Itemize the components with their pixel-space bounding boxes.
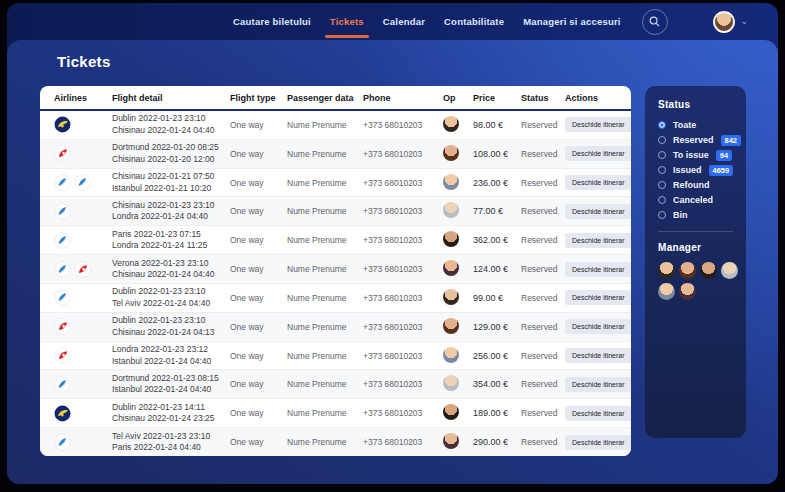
- table-row: Dortmund 2022-01-20 08:25Chisinau 2022-0…: [40, 140, 631, 169]
- status-label: Reserved: [521, 351, 565, 361]
- search-button[interactable]: [642, 9, 668, 35]
- manager-avatar[interactable]: [721, 262, 738, 279]
- manager-avatar[interactable]: [679, 283, 696, 300]
- flight-to: Chisinau 2022-01-24 04:40: [112, 125, 230, 136]
- table-row: Chisinau 2022-01-23 23:10Londra 2022-01-…: [40, 197, 631, 226]
- airline-logo-blue-icon: [54, 232, 71, 249]
- radio-icon: [658, 181, 666, 189]
- nav-item-manageri-si-accesuri[interactable]: Manageri si accesuri: [523, 16, 620, 27]
- manager-avatar[interactable]: [658, 262, 675, 279]
- open-itinerary-button[interactable]: Deschide itinerar: [565, 377, 631, 392]
- nav-item-contabilitate[interactable]: Contabilitate: [444, 16, 504, 27]
- tickets-table: Airlines Flight detail Flight type Passe…: [40, 86, 631, 456]
- flight-from: Verona 2022-01-23 23:10: [112, 258, 230, 269]
- operator-avatar: [443, 347, 459, 363]
- open-itinerary-button[interactable]: Deschide itinerar: [565, 262, 631, 277]
- passenger-data: Nume Prenume: [287, 293, 363, 303]
- airlines-cell: [54, 434, 112, 451]
- flight-detail: Verona 2022-01-23 23:10Chisinau 2022-01-…: [112, 258, 230, 281]
- manager-avatar[interactable]: [679, 262, 696, 279]
- status-label: Reserved: [521, 322, 565, 332]
- chevron-down-icon: ⌄: [740, 17, 748, 26]
- flight-detail: Dublin 2022-01-23 23:10Chisinau 2022-01-…: [112, 113, 230, 136]
- open-itinerary-button[interactable]: Deschide itinerar: [565, 290, 631, 305]
- status-option-refound[interactable]: Refound: [658, 180, 733, 190]
- nav-item-cautare-biletului[interactable]: Cautare biletului: [233, 16, 311, 27]
- status-label: Reserved: [521, 437, 565, 447]
- airline-logo-ryanair-icon: [54, 405, 71, 422]
- open-itinerary-button[interactable]: Deschide itinerar: [565, 233, 631, 248]
- airline-logo-blue-icon: [54, 434, 71, 451]
- nav-item-calendar[interactable]: Calendar: [383, 16, 425, 27]
- flight-from: Tel Aviv 2022-01-23 23:10: [112, 431, 230, 442]
- open-itinerary-button[interactable]: Deschide itinerar: [565, 319, 631, 334]
- count-badge: 94: [716, 150, 732, 161]
- airlines-cell: [54, 203, 112, 220]
- airlines-cell: [54, 232, 112, 249]
- flight-type: One way: [230, 293, 287, 303]
- sidebar-divider: [658, 231, 733, 232]
- table-row: Paris 2022-01-23 07:15Londra 2022-01-24 …: [40, 226, 631, 255]
- airlines-cell: [54, 347, 112, 364]
- status-label: Reserved: [521, 235, 565, 245]
- flight-to: Tel Aviv 2022-01-24 04:40: [112, 298, 230, 309]
- user-menu[interactable]: ⌄: [713, 11, 748, 33]
- airline-logo-blue-icon: [54, 376, 71, 393]
- price: 354.00 €: [473, 379, 521, 389]
- radio-icon: [658, 166, 666, 174]
- operator-avatar: [443, 145, 459, 161]
- status-option-reserved[interactable]: Reserved 842: [658, 135, 733, 145]
- flight-to: Istanbul 2022-01-24 04:40: [112, 356, 230, 367]
- flight-detail: Dortmund 2022-01-20 08:25Chisinau 2022-0…: [112, 142, 230, 165]
- flight-detail: Chisinau 2022-01-23 23:10Londra 2022-01-…: [112, 200, 230, 223]
- airlines-cell: [54, 376, 112, 393]
- airlines-cell: [54, 289, 112, 306]
- open-itinerary-button[interactable]: Deschide itinerar: [565, 204, 631, 219]
- flight-detail: Dublin 2022-01-23 14:11Chisinau 2022-01-…: [112, 402, 230, 425]
- airlines-cell: [54, 174, 112, 191]
- nav-item-tickets[interactable]: Tickets: [330, 16, 364, 27]
- status-option-toate[interactable]: Toate: [658, 120, 733, 130]
- open-itinerary-button[interactable]: Deschide itinerar: [565, 435, 631, 450]
- passenger-data: Nume Prenume: [287, 408, 363, 418]
- user-avatar[interactable]: [713, 11, 735, 33]
- flight-from: Dublin 2022-01-23 23:10: [112, 113, 230, 124]
- status-option-to-issue[interactable]: To issue 94: [658, 150, 733, 160]
- flight-to: Chisinau 2022-01-24 23:25: [112, 413, 230, 424]
- status-option-issued[interactable]: Issued 4659: [658, 165, 733, 175]
- passenger-data: Nume Prenume: [287, 235, 363, 245]
- airlines-cell: [54, 145, 112, 162]
- flight-detail: Dortmund 2022-01-23 08:15Istanbul 2022-0…: [112, 373, 230, 396]
- count-badge: 842: [721, 135, 742, 146]
- airline-logo-swiss-icon: [74, 261, 91, 278]
- search-icon: [649, 16, 660, 27]
- manager-avatar[interactable]: [700, 262, 717, 279]
- status-option-bin[interactable]: Bin: [658, 210, 733, 220]
- open-itinerary-button[interactable]: Deschide itinerar: [565, 406, 631, 421]
- price: 290.00 €: [473, 437, 521, 447]
- radio-icon: [658, 151, 666, 159]
- passenger-data: Nume Prenume: [287, 206, 363, 216]
- open-itinerary-button[interactable]: Deschide itinerar: [565, 175, 631, 190]
- flight-detail: Paris 2022-01-23 07:15Londra 2022-01-24 …: [112, 229, 230, 252]
- flight-type: One way: [230, 351, 287, 361]
- operator-avatar: [443, 289, 459, 305]
- status-label: Reserved: [521, 178, 565, 188]
- status-option-canceled[interactable]: Canceled: [658, 195, 733, 205]
- manager-avatars: [658, 262, 742, 300]
- price: 108.00 €: [473, 149, 521, 159]
- manager-avatar[interactable]: [658, 283, 675, 300]
- open-itinerary-button[interactable]: Deschide itinerar: [565, 348, 631, 363]
- operator-avatar: [443, 231, 459, 247]
- open-itinerary-button[interactable]: Deschide itinerar: [565, 117, 631, 132]
- flight-type: One way: [230, 379, 287, 389]
- airline-logo-blue-icon: [54, 289, 71, 306]
- col-header-flight-detail: Flight detail: [112, 93, 230, 103]
- flight-from: Chisinau 2022-01-21 07:50: [112, 171, 230, 182]
- flight-from: Dortmund 2022-01-20 08:25: [112, 142, 230, 153]
- operator-avatar: [443, 318, 459, 334]
- flight-to: Paris 2022-01-24 04:40: [112, 442, 230, 453]
- flight-to: Istanbul 2022-01-24 04:40: [112, 384, 230, 395]
- open-itinerary-button[interactable]: Deschide itinerar: [565, 146, 631, 161]
- flight-type: One way: [230, 206, 287, 216]
